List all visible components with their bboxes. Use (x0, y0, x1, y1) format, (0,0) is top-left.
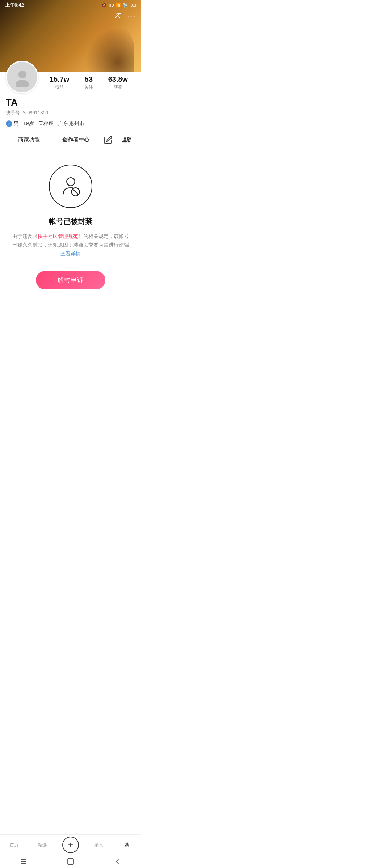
signal-icon: 📶 (116, 3, 121, 8)
cover-top-icons: ··· (114, 12, 136, 21)
battery-icon: [91] (130, 3, 136, 7)
merchant-button[interactable]: 商家功能 (6, 133, 52, 146)
mute-icon: 🔕 (102, 3, 107, 8)
status-bar: 上午6:42 🔕 HD 📶 📡 [91] (0, 0, 141, 10)
zodiac-label: 天秤座 (38, 120, 54, 127)
add-friend-button[interactable] (117, 136, 135, 144)
banned-desc-highlight: 快手社区管理规范 (38, 233, 78, 239)
svg-point-7 (67, 178, 75, 186)
svg-point-2 (18, 71, 26, 78)
likes-count: 63.8w (108, 75, 128, 84)
user-id: 快手号: Sr99911800 (6, 110, 135, 116)
zodiac-tag: 天秤座 (38, 120, 54, 127)
banned-title: 帐号已被封禁 (49, 217, 92, 226)
gender-label: 男 (14, 120, 19, 127)
status-time: 上午6:42 (5, 2, 24, 8)
location-label: 广东 惠州市 (58, 120, 85, 127)
add-friend-icon (122, 136, 131, 144)
likes-stat[interactable]: 63.8w 获赞 (108, 75, 128, 90)
action-bar: 商家功能 创作者中心 (6, 133, 135, 150)
hd-label: HD (109, 3, 114, 7)
male-icon: ♂ (6, 120, 12, 127)
fans-label: 粉丝 (55, 84, 64, 90)
svg-point-0 (117, 13, 119, 16)
banned-icon-circle (49, 165, 92, 208)
location-tag: 广东 惠州市 (58, 120, 85, 127)
age-label: 19岁 (23, 120, 34, 127)
user-tags: ♂ 男 19岁 天秤座 广东 惠州市 (6, 120, 135, 127)
banned-desc-part1: 由于违反《 (12, 233, 38, 239)
creator-center-button[interactable]: 创作者中心 (52, 133, 99, 146)
banned-user-icon (57, 173, 84, 200)
qr-scan-icon[interactable] (114, 12, 122, 21)
edit-icon (104, 136, 113, 144)
gender-tag: ♂ 男 (6, 120, 19, 127)
appeal-button[interactable]: 解封申诉 (36, 271, 105, 289)
banned-section: 帐号已被封禁 由于违反《快手社区管理规范》的相关规定，该帐号已被永久封禁，违规原… (0, 150, 141, 300)
status-icons: 🔕 HD 📶 📡 [91] (102, 3, 136, 8)
more-options-icon[interactable]: ··· (127, 12, 136, 21)
fans-stat[interactable]: 15.7w 粉丝 (50, 75, 69, 90)
stats-row: 15.7w 粉丝 53 关注 63.8w 获赞 (38, 72, 135, 93)
avatar-stats-row: 15.7w 粉丝 53 关注 63.8w 获赞 (6, 72, 135, 93)
age-tag: 19岁 (23, 120, 34, 127)
view-details-link[interactable]: 查看详情 (60, 251, 81, 256)
svg-point-3 (16, 80, 29, 87)
banned-description: 由于违反《快手社区管理规范》的相关规定，该帐号已被永久封禁，违规原因：涉嫌以交友… (11, 232, 130, 258)
edit-profile-button[interactable] (99, 136, 117, 144)
profile-section: 15.7w 粉丝 53 关注 63.8w 获赞 TA 快手号: Sr999118… (0, 72, 141, 150)
wifi-icon: 📡 (123, 3, 128, 8)
following-stat[interactable]: 53 关注 (84, 75, 93, 90)
following-label: 关注 (84, 84, 93, 90)
username: TA (6, 97, 135, 108)
likes-label: 获赞 (114, 84, 122, 90)
following-count: 53 (85, 75, 93, 84)
avatar (6, 61, 38, 93)
fans-count: 15.7w (50, 75, 69, 84)
avatar-placeholder (7, 62, 37, 92)
